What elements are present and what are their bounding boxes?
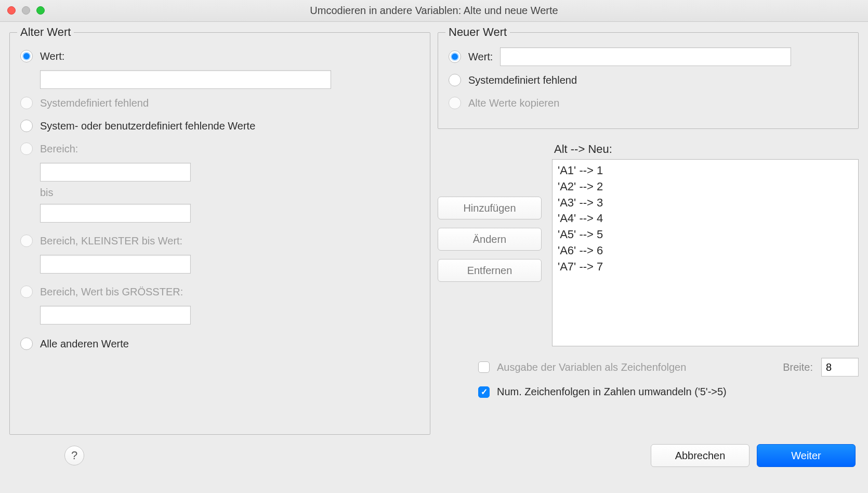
new-value-legend: Neuer Wert bbox=[445, 25, 510, 39]
old-range-bis-label: bis bbox=[40, 187, 419, 199]
new-copy-label: Alte Werte kopieren bbox=[468, 97, 559, 109]
width-label: Breite: bbox=[783, 361, 813, 373]
mapping-list-item[interactable]: 'A7' --> 7 bbox=[558, 259, 853, 275]
mapping-list-item[interactable]: 'A2' --> 2 bbox=[558, 179, 853, 195]
dialog-footer: ? Abbrechen Weiter bbox=[0, 438, 868, 473]
title-bar: Umcodieren in andere Variablen: Alte und… bbox=[0, 0, 868, 22]
change-mapping-button[interactable]: Ändern bbox=[438, 228, 542, 251]
mapping-list-item[interactable]: 'A6' --> 6 bbox=[558, 243, 853, 259]
zoom-window-button[interactable] bbox=[36, 6, 45, 15]
cancel-button[interactable]: Abbrechen bbox=[651, 444, 749, 467]
new-sysmiss-radio[interactable] bbox=[449, 74, 461, 86]
old-range-label: Bereich: bbox=[40, 143, 78, 155]
mapping-area: Hinzufügen Ändern Entfernen Alt --> Neu:… bbox=[438, 142, 859, 346]
old-value-radio[interactable] bbox=[20, 50, 33, 62]
output-as-string-checkbox[interactable] bbox=[478, 361, 490, 373]
continue-button[interactable]: Weiter bbox=[757, 444, 856, 467]
new-sysmiss-label: Systemdefiniert fehlend bbox=[468, 74, 577, 86]
new-value-radio[interactable] bbox=[449, 50, 461, 63]
old-value-legend: Alter Wert bbox=[17, 25, 74, 39]
old-range-min-radio[interactable] bbox=[20, 235, 33, 247]
new-value-label: Wert: bbox=[468, 51, 493, 63]
mapping-list-item[interactable]: 'A3' --> 3 bbox=[558, 195, 853, 211]
old-sys-or-user-radio[interactable] bbox=[20, 120, 33, 132]
new-value-group: Neuer Wert Wert: Systemdefiniert fehlend… bbox=[438, 32, 859, 129]
new-value-input[interactable] bbox=[500, 47, 791, 66]
window-title: Umcodieren in andere Variablen: Alte und… bbox=[0, 5, 868, 17]
add-mapping-button[interactable]: Hinzufügen bbox=[438, 197, 542, 219]
old-sysmiss-label: Systemdefiniert fehlend bbox=[40, 97, 149, 109]
old-range-min-label: Bereich, KLEINSTER bis Wert: bbox=[40, 235, 182, 247]
old-value-label: Wert: bbox=[40, 50, 64, 62]
old-range-min-input[interactable] bbox=[40, 255, 191, 274]
old-sysmiss-radio[interactable] bbox=[20, 97, 33, 109]
old-range-max-label: Bereich, Wert bis GRÖSSTER: bbox=[40, 286, 183, 298]
old-value-group: Alter Wert Wert: Systemdefiniert fehlend… bbox=[9, 32, 430, 435]
old-range-radio[interactable] bbox=[20, 142, 33, 155]
minimize-window-button[interactable] bbox=[22, 6, 30, 15]
old-range-max-input[interactable] bbox=[40, 306, 191, 325]
window-controls bbox=[7, 6, 45, 15]
new-copy-radio[interactable] bbox=[449, 97, 461, 109]
remove-mapping-button[interactable]: Entfernen bbox=[438, 259, 542, 282]
old-all-other-radio[interactable] bbox=[20, 338, 33, 350]
mapping-list-item[interactable]: 'A1' --> 1 bbox=[558, 163, 853, 179]
old-range-to-input[interactable] bbox=[40, 204, 191, 223]
old-range-max-radio[interactable] bbox=[20, 286, 33, 298]
convert-numeric-label: Num. Zeichenfolgen in Zahlen umwandeln (… bbox=[497, 386, 727, 398]
old-value-input[interactable] bbox=[40, 70, 331, 89]
help-button[interactable]: ? bbox=[64, 446, 84, 465]
mapping-listbox[interactable]: 'A1' --> 1'A2' --> 2'A3' --> 3'A4' --> 4… bbox=[552, 159, 859, 346]
old-sys-or-user-label: System- oder benutzerdefiniert fehlende … bbox=[40, 120, 255, 132]
output-as-string-label: Ausgabe der Variablen als Zeichenfolgen bbox=[497, 361, 686, 373]
mapping-list-item[interactable]: 'A4' --> 4 bbox=[558, 211, 853, 227]
old-all-other-label: Alle anderen Werte bbox=[40, 338, 129, 350]
width-input[interactable] bbox=[821, 358, 859, 377]
close-window-button[interactable] bbox=[7, 6, 16, 15]
mapping-header: Alt --> Neu: bbox=[554, 142, 859, 156]
old-range-from-input[interactable] bbox=[40, 163, 191, 181]
mapping-list-item[interactable]: 'A5' --> 5 bbox=[558, 227, 853, 243]
convert-numeric-checkbox[interactable]: ✓ bbox=[478, 386, 490, 398]
